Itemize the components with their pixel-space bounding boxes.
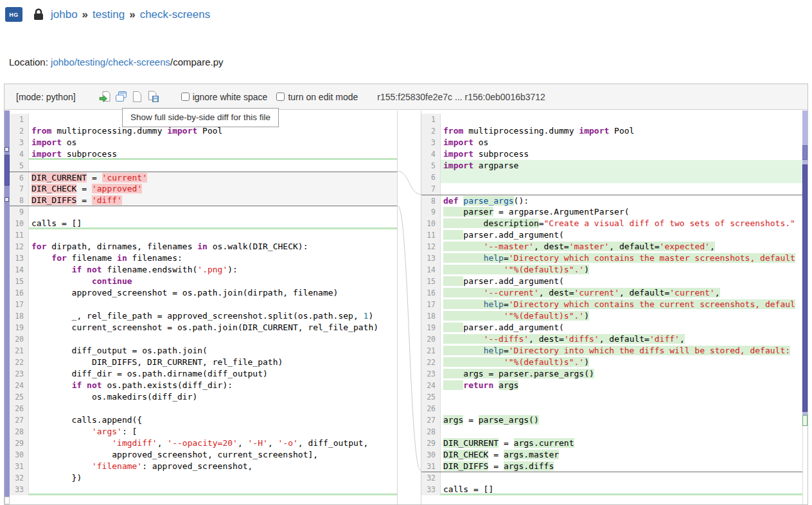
line-number: 6: [421, 172, 441, 183]
code-text: 'imgdiff', '--opacity=20', '-H', '-o', d…: [29, 438, 397, 449]
code-text: parser.add_argument(: [441, 229, 802, 241]
code-line: 29 'imgdiff', '--opacity=20', '-H', '-o'…: [10, 438, 397, 449]
site-header: HG johbo » testing » check-screens: [5, 7, 210, 22]
line-number: 23: [10, 368, 29, 380]
code-line: 32 }): [10, 472, 397, 484]
diff-pane-modified[interactable]: 12from multiprocessing.dummy import Pool…: [421, 111, 802, 504]
scroll-change-marker[interactable]: [4, 147, 9, 152]
code-text: '--current', dest='current', default='cu…: [441, 287, 802, 299]
line-number: 11: [421, 229, 441, 241]
scroll-change-marker[interactable]: [4, 197, 9, 202]
code-line: 28: [421, 426, 802, 438]
code-text: [441, 391, 802, 403]
code-text: [29, 333, 397, 345]
code-line: 2from multiprocessing.dummy import Pool: [421, 125, 802, 137]
edit-mode-checkbox[interactable]: turn on edit mode: [276, 92, 358, 102]
scroll-change-marker[interactable]: [802, 164, 808, 412]
line-number: 14: [10, 264, 29, 276]
code-line: 26: [10, 403, 397, 414]
line-number: 32: [421, 472, 441, 484]
edit-mode-input[interactable]: [276, 93, 285, 101]
code-line: 4import subprocess: [421, 148, 802, 160]
right-scrollbar-rest: [802, 426, 808, 504]
line-number: 22: [421, 357, 441, 368]
code-line: 6DIR_CURRENT = 'current': [10, 172, 397, 183]
right-scrollbar-thumb[interactable]: [802, 145, 808, 160]
code-line: 12 '--master', dest='master', default='e…: [421, 241, 802, 253]
code-text: '"%(default)s".'): [441, 310, 802, 322]
code-line: 19 current_screenshot = os.path.join(DIR…: [10, 322, 397, 333]
code-text: DIR_CHECK = args.master: [441, 449, 802, 461]
code-text: current_screenshot = os.path.join(DIR_CU…: [29, 322, 397, 333]
code-line: 5: [10, 160, 397, 172]
breadcrumb-link-group[interactable]: testing: [93, 8, 125, 21]
code-line: 19 parser.add_argument(: [421, 322, 802, 333]
code-text: }): [29, 472, 397, 484]
location-filename: /compare.py: [170, 57, 224, 67]
code-line: 4import subprocess: [10, 148, 397, 160]
toolbar-icons: [99, 91, 159, 103]
line-number: 5: [10, 160, 29, 172]
code-line: 27 calls.append({: [10, 414, 397, 426]
code-text: calls = []: [29, 218, 397, 229]
line-number: 18: [421, 310, 441, 322]
download-diff-icon[interactable]: [147, 91, 159, 103]
code-line: 25 os.makedirs(diff_dir): [10, 391, 397, 403]
code-text: _, rel_file_path = approved_screenshot.s…: [29, 310, 397, 322]
code-text: def parse_args():: [441, 195, 802, 206]
line-number: 30: [421, 449, 441, 461]
code-line: 3import os: [421, 137, 802, 148]
code-line: 20: [10, 333, 397, 345]
file-location: Location: johbo/testing/check-screens/co…: [9, 57, 224, 67]
ignore-whitespace-input[interactable]: [181, 93, 190, 101]
diff-pane-original[interactable]: 12from multiprocessing.dummy import Pool…: [10, 111, 398, 504]
code-text: diff_dir = os.path.dirname(diff_output): [29, 368, 397, 380]
line-number: 12: [10, 241, 29, 253]
line-number: 1: [421, 114, 441, 125]
left-scrollbar[interactable]: [4, 111, 10, 504]
side-by-side-diff-icon[interactable]: [115, 91, 127, 103]
line-number: 19: [421, 322, 441, 333]
line-number: 31: [421, 461, 441, 472]
line-number: 21: [421, 345, 441, 357]
code-text: continue: [29, 276, 397, 287]
line-number: 5: [421, 160, 441, 172]
breadcrumb-link-repo[interactable]: check-screens: [140, 8, 211, 21]
code-text: for dirpath, dirnames, filenames in os.w…: [29, 241, 397, 253]
right-scrollbar[interactable]: [802, 111, 808, 504]
code-text: args = parse_args(): [441, 414, 802, 426]
diff-panel: [mode: python] ignore wh: [4, 84, 808, 505]
hg-logo-icon[interactable]: HG: [5, 7, 22, 22]
show-full-diff-icon[interactable]: [99, 91, 111, 103]
code-text: import argparse: [441, 160, 802, 172]
breadcrumb-link-user[interactable]: johbo: [51, 8, 78, 21]
code-text: description="Create a visual diff of two…: [441, 218, 802, 229]
code-line: 17 help='Directory which contains the cu…: [421, 299, 802, 310]
ignore-whitespace-checkbox[interactable]: ignore white space: [181, 92, 268, 102]
code-text: parser = argparse.ArgumentParser(: [441, 206, 802, 218]
code-text: help='Directory which contains the curre…: [441, 299, 802, 310]
line-number: 4: [10, 148, 29, 160]
line-number: 7: [421, 183, 441, 195]
raw-diff-icon[interactable]: [131, 91, 143, 103]
line-number: 25: [421, 391, 441, 403]
code-text: [441, 426, 802, 438]
code-text: [441, 472, 802, 484]
left-scrollbar-thumb[interactable]: [4, 155, 10, 186]
code-line: 22 '"%(default)s".'): [421, 357, 802, 368]
code-line: 11 parser.add_argument(: [421, 229, 802, 241]
line-number: 23: [421, 368, 441, 380]
code-line: 30DIR_CHECK = args.master: [421, 449, 802, 461]
line-number: 3: [10, 137, 29, 148]
code-line: 16 '--current', dest='current', default=…: [421, 287, 802, 299]
code-text: help='Directory into which the diffs wil…: [441, 345, 802, 357]
code-line: 29DIR_CURRENT = args.current: [421, 438, 802, 449]
code-line: 33: [10, 484, 397, 495]
code-line: 8DIR_DIFFS = 'diff': [10, 195, 397, 206]
location-label: Location:: [9, 57, 48, 67]
code-text: for filename in filenames:: [29, 253, 397, 264]
location-path-link[interactable]: johbo/testing/check-screens: [51, 57, 170, 67]
line-number: 27: [10, 414, 29, 426]
code-text: 'args': [: [29, 426, 397, 438]
code-text: if not os.path.exists(diff_dir):: [29, 380, 397, 391]
